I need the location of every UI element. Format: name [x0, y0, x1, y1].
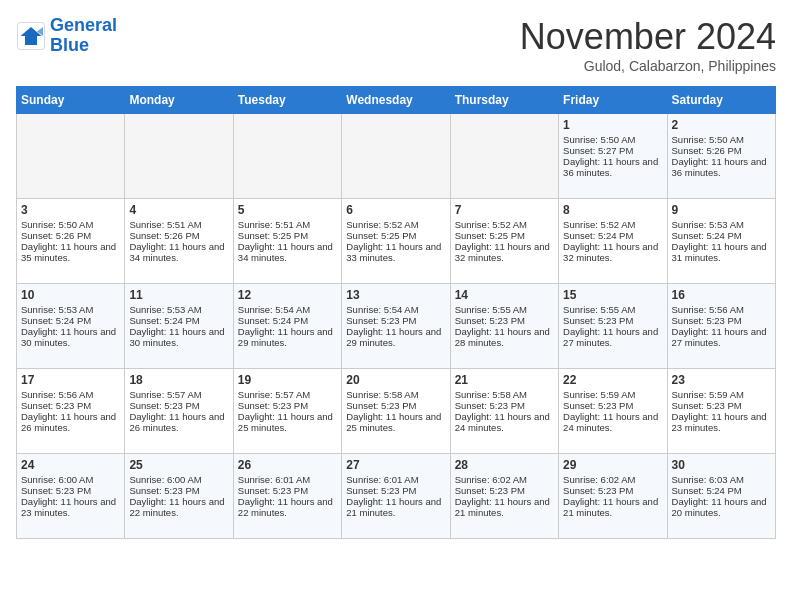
title-block: November 2024 Gulod, Calabarzon, Philipp… — [520, 16, 776, 74]
calendar-day-cell — [17, 114, 125, 199]
sunset-label: Sunset: 5:25 PM — [346, 230, 416, 241]
calendar-day-cell: 10 Sunrise: 5:53 AM Sunset: 5:24 PM Dayl… — [17, 284, 125, 369]
daylight-label: Daylight: 11 hours and 27 minutes. — [563, 326, 658, 348]
calendar-day-cell: 2 Sunrise: 5:50 AM Sunset: 5:26 PM Dayli… — [667, 114, 775, 199]
day-number: 10 — [21, 288, 120, 302]
calendar-week-row: 10 Sunrise: 5:53 AM Sunset: 5:24 PM Dayl… — [17, 284, 776, 369]
daylight-label: Daylight: 11 hours and 36 minutes. — [672, 156, 767, 178]
day-number: 13 — [346, 288, 445, 302]
sunset-label: Sunset: 5:23 PM — [455, 315, 525, 326]
sunrise-label: Sunrise: 5:53 AM — [672, 219, 744, 230]
sunrise-label: Sunrise: 5:51 AM — [129, 219, 201, 230]
sunset-label: Sunset: 5:24 PM — [563, 230, 633, 241]
day-number: 4 — [129, 203, 228, 217]
calendar-day-cell — [342, 114, 450, 199]
calendar-day-cell: 15 Sunrise: 5:55 AM Sunset: 5:23 PM Dayl… — [559, 284, 667, 369]
daylight-label: Daylight: 11 hours and 22 minutes. — [238, 496, 333, 518]
calendar-day-cell: 21 Sunrise: 5:58 AM Sunset: 5:23 PM Dayl… — [450, 369, 558, 454]
sunset-label: Sunset: 5:23 PM — [455, 485, 525, 496]
calendar-week-row: 24 Sunrise: 6:00 AM Sunset: 5:23 PM Dayl… — [17, 454, 776, 539]
daylight-label: Daylight: 11 hours and 23 minutes. — [21, 496, 116, 518]
calendar-week-row: 1 Sunrise: 5:50 AM Sunset: 5:27 PM Dayli… — [17, 114, 776, 199]
daylight-label: Daylight: 11 hours and 29 minutes. — [238, 326, 333, 348]
sunrise-label: Sunrise: 6:00 AM — [129, 474, 201, 485]
sunrise-label: Sunrise: 5:53 AM — [129, 304, 201, 315]
sunrise-label: Sunrise: 5:58 AM — [346, 389, 418, 400]
sunset-label: Sunset: 5:23 PM — [563, 400, 633, 411]
daylight-label: Daylight: 11 hours and 26 minutes. — [21, 411, 116, 433]
sunset-label: Sunset: 5:24 PM — [672, 230, 742, 241]
daylight-label: Daylight: 11 hours and 20 minutes. — [672, 496, 767, 518]
sunset-label: Sunset: 5:23 PM — [563, 485, 633, 496]
sunrise-label: Sunrise: 5:57 AM — [238, 389, 310, 400]
weekday-header-cell: Thursday — [450, 87, 558, 114]
sunrise-label: Sunrise: 5:54 AM — [346, 304, 418, 315]
calendar-day-cell: 30 Sunrise: 6:03 AM Sunset: 5:24 PM Dayl… — [667, 454, 775, 539]
calendar-day-cell: 16 Sunrise: 5:56 AM Sunset: 5:23 PM Dayl… — [667, 284, 775, 369]
calendar-week-row: 3 Sunrise: 5:50 AM Sunset: 5:26 PM Dayli… — [17, 199, 776, 284]
day-number: 15 — [563, 288, 662, 302]
daylight-label: Daylight: 11 hours and 30 minutes. — [129, 326, 224, 348]
calendar-day-cell: 22 Sunrise: 5:59 AM Sunset: 5:23 PM Dayl… — [559, 369, 667, 454]
day-number: 26 — [238, 458, 337, 472]
sunset-label: Sunset: 5:26 PM — [672, 145, 742, 156]
calendar-day-cell: 4 Sunrise: 5:51 AM Sunset: 5:26 PM Dayli… — [125, 199, 233, 284]
calendar-day-cell: 3 Sunrise: 5:50 AM Sunset: 5:26 PM Dayli… — [17, 199, 125, 284]
day-number: 14 — [455, 288, 554, 302]
day-number: 7 — [455, 203, 554, 217]
calendar-day-cell: 11 Sunrise: 5:53 AM Sunset: 5:24 PM Dayl… — [125, 284, 233, 369]
daylight-label: Daylight: 11 hours and 23 minutes. — [672, 411, 767, 433]
daylight-label: Daylight: 11 hours and 32 minutes. — [455, 241, 550, 263]
sunset-label: Sunset: 5:23 PM — [563, 315, 633, 326]
weekday-header-cell: Tuesday — [233, 87, 341, 114]
calendar-table: SundayMondayTuesdayWednesdayThursdayFrid… — [16, 86, 776, 539]
sunset-label: Sunset: 5:25 PM — [455, 230, 525, 241]
day-number: 21 — [455, 373, 554, 387]
day-number: 12 — [238, 288, 337, 302]
day-number: 17 — [21, 373, 120, 387]
calendar-day-cell: 24 Sunrise: 6:00 AM Sunset: 5:23 PM Dayl… — [17, 454, 125, 539]
sunrise-label: Sunrise: 6:03 AM — [672, 474, 744, 485]
calendar-day-cell: 19 Sunrise: 5:57 AM Sunset: 5:23 PM Dayl… — [233, 369, 341, 454]
weekday-header-row: SundayMondayTuesdayWednesdayThursdayFrid… — [17, 87, 776, 114]
sunrise-label: Sunrise: 5:50 AM — [563, 134, 635, 145]
day-number: 24 — [21, 458, 120, 472]
sunset-label: Sunset: 5:23 PM — [346, 315, 416, 326]
daylight-label: Daylight: 11 hours and 36 minutes. — [563, 156, 658, 178]
sunrise-label: Sunrise: 5:55 AM — [455, 304, 527, 315]
sunset-label: Sunset: 5:23 PM — [672, 315, 742, 326]
sunrise-label: Sunrise: 6:01 AM — [346, 474, 418, 485]
sunset-label: Sunset: 5:24 PM — [238, 315, 308, 326]
sunset-label: Sunset: 5:25 PM — [238, 230, 308, 241]
day-number: 18 — [129, 373, 228, 387]
calendar-day-cell: 5 Sunrise: 5:51 AM Sunset: 5:25 PM Dayli… — [233, 199, 341, 284]
logo-icon — [16, 21, 46, 51]
calendar-body: 1 Sunrise: 5:50 AM Sunset: 5:27 PM Dayli… — [17, 114, 776, 539]
sunrise-label: Sunrise: 5:52 AM — [455, 219, 527, 230]
day-number: 9 — [672, 203, 771, 217]
sunrise-label: Sunrise: 5:51 AM — [238, 219, 310, 230]
calendar-day-cell: 25 Sunrise: 6:00 AM Sunset: 5:23 PM Dayl… — [125, 454, 233, 539]
calendar-day-cell: 7 Sunrise: 5:52 AM Sunset: 5:25 PM Dayli… — [450, 199, 558, 284]
day-number: 22 — [563, 373, 662, 387]
sunrise-label: Sunrise: 5:54 AM — [238, 304, 310, 315]
sunset-label: Sunset: 5:23 PM — [346, 485, 416, 496]
sunset-label: Sunset: 5:23 PM — [455, 400, 525, 411]
calendar-day-cell — [125, 114, 233, 199]
sunrise-label: Sunrise: 5:50 AM — [21, 219, 93, 230]
calendar-day-cell: 6 Sunrise: 5:52 AM Sunset: 5:25 PM Dayli… — [342, 199, 450, 284]
day-number: 5 — [238, 203, 337, 217]
daylight-label: Daylight: 11 hours and 30 minutes. — [21, 326, 116, 348]
day-number: 2 — [672, 118, 771, 132]
logo: General Blue — [16, 16, 117, 56]
daylight-label: Daylight: 11 hours and 34 minutes. — [129, 241, 224, 263]
logo-text: General Blue — [50, 16, 117, 56]
calendar-day-cell: 9 Sunrise: 5:53 AM Sunset: 5:24 PM Dayli… — [667, 199, 775, 284]
day-number: 16 — [672, 288, 771, 302]
calendar-day-cell — [450, 114, 558, 199]
calendar-day-cell: 28 Sunrise: 6:02 AM Sunset: 5:23 PM Dayl… — [450, 454, 558, 539]
sunrise-label: Sunrise: 5:59 AM — [672, 389, 744, 400]
sunset-label: Sunset: 5:23 PM — [129, 485, 199, 496]
calendar-day-cell: 1 Sunrise: 5:50 AM Sunset: 5:27 PM Dayli… — [559, 114, 667, 199]
calendar-day-cell: 12 Sunrise: 5:54 AM Sunset: 5:24 PM Dayl… — [233, 284, 341, 369]
